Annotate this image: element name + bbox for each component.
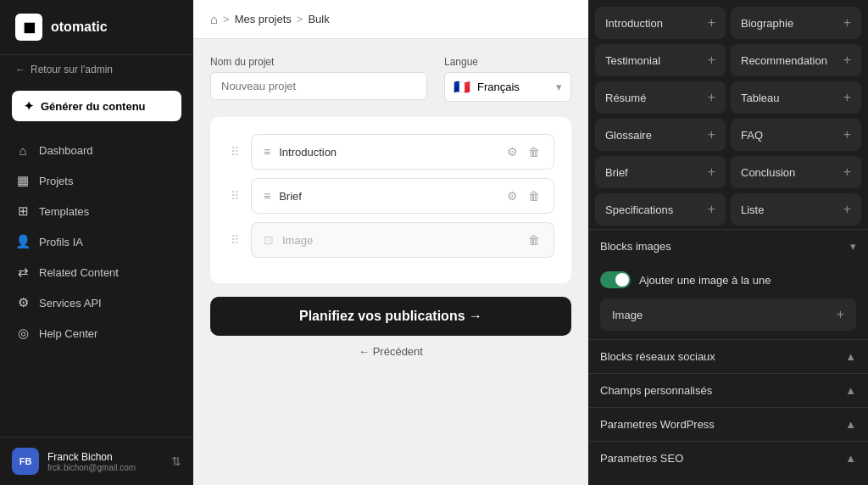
block-btn-resume[interactable]: Résumé +	[595, 81, 726, 114]
image-toggle[interactable]	[600, 271, 631, 288]
project-name-label: Nom du projet	[210, 56, 427, 68]
profils-ia-icon: 👤	[15, 234, 31, 249]
block-name: Image	[282, 234, 518, 247]
block-card-brief: ≡ Brief ⚙ 🗑	[251, 178, 554, 214]
block-name: Brief	[279, 190, 497, 203]
block-card-image: ⊡ Image 🗑	[251, 222, 554, 258]
drag-handle-icon[interactable]: ⠿	[227, 142, 242, 162]
form-row: Nom du projet Langue 🇫🇷 Français ▾	[210, 56, 571, 102]
block-btn-introduction[interactable]: Introduction +	[595, 7, 726, 39]
nav-items: ⌂ Dashboard ▦ Projets ⊞ Templates 👤 Prof…	[0, 128, 193, 437]
language-select[interactable]: 🇫🇷 Français ▾	[444, 72, 571, 102]
back-link[interactable]: ← Retour sur l'admin	[0, 55, 193, 84]
block-btn-faq[interactable]: FAQ +	[731, 119, 861, 151]
toggle-knob	[615, 273, 629, 287]
generate-button[interactable]: ✦ Générer du contenu	[12, 91, 181, 121]
plus-icon: +	[843, 53, 851, 68]
sidebar-item-services-api[interactable]: ⚙ Services API	[0, 287, 193, 318]
image-add-button[interactable]: Image +	[600, 298, 856, 331]
block-name: Introduction	[279, 146, 497, 159]
plus-icon: +	[843, 127, 851, 142]
related-content-icon: ⇄	[15, 265, 31, 280]
block-type-icon: ≡	[264, 145, 270, 159]
parametres-wordpress-section: Parametres WordPress ▲	[588, 407, 868, 441]
block-btn-conclusion[interactable]: Conclusion +	[731, 156, 861, 188]
templates-icon: ⊞	[15, 203, 31, 219]
block-type-icon: ⊡	[264, 233, 274, 247]
sidebar-item-related-content[interactable]: ⇄ Related Content	[0, 257, 193, 287]
sidebar-item-help-center[interactable]: ◎ Help Center	[0, 318, 193, 348]
block-btn-liste[interactable]: Liste +	[731, 193, 861, 226]
block-delete-button[interactable]: 🗑	[526, 187, 542, 204]
footer-chevron-icon: ⇅	[171, 454, 181, 468]
plus-icon: +	[843, 90, 851, 105]
blocks-reseaux-sociaux-header[interactable]: Blocks réseaux sociaux ▲	[588, 340, 868, 373]
plus-icon: +	[843, 164, 851, 180]
breadcrumb: ⌂ > Mes projets > Bulk	[193, 0, 588, 39]
block-actions: 🗑	[526, 231, 542, 248]
list-item: ⠿ ≡ Brief ⚙ 🗑	[227, 178, 554, 214]
language-value: Français	[477, 81, 520, 93]
block-btn-testimonial[interactable]: Testimonial +	[595, 44, 726, 76]
block-btn-glossaire[interactable]: Glossaire +	[595, 119, 726, 151]
sidebar-item-projets[interactable]: ▦ Projets	[0, 165, 193, 196]
project-name-group: Nom du projet	[210, 56, 427, 102]
plan-button[interactable]: Planifiez vos publications →	[210, 297, 571, 336]
app-title: otomatic	[51, 20, 108, 35]
chevron-up-icon: ▲	[845, 350, 856, 363]
block-btn-biographie[interactable]: Biographie +	[731, 7, 861, 39]
prev-link[interactable]: ← Précédent	[359, 345, 423, 358]
breadcrumb-sep-2: >	[297, 13, 303, 25]
sidebar-footer[interactable]: FB Franck Bichon frck.bichon@gmail.com ⇅	[0, 437, 193, 485]
block-btn-specifications[interactable]: Specifications +	[595, 193, 726, 226]
drag-handle-icon[interactable]: ⠿	[227, 186, 242, 206]
block-settings-button[interactable]: ⚙	[505, 143, 520, 160]
list-item: ⠿ ⊡ Image 🗑	[227, 222, 554, 258]
sidebar-item-profils-ia[interactable]: 👤 Profils IA	[0, 226, 193, 257]
sidebar-logo: ◼ otomatic	[0, 0, 193, 55]
chevron-up-icon: ▲	[845, 384, 856, 397]
block-btn-brief[interactable]: Brief +	[595, 156, 726, 188]
blocks-reseaux-sociaux-section: Blocks réseaux sociaux ▲	[588, 339, 868, 373]
main-body: Nom du projet Langue 🇫🇷 Français ▾ ⠿ ≡	[193, 39, 588, 485]
dashboard-icon: ⌂	[15, 142, 31, 158]
logo-icon: ◼	[15, 14, 42, 41]
chevron-up-icon: ▲	[845, 418, 856, 431]
plus-icon: +	[708, 164, 715, 180]
prev-link-container: ← Précédent	[210, 344, 571, 358]
toggle-row: Ajouter une image à la une	[600, 271, 856, 288]
sidebar-item-dashboard[interactable]: ⌂ Dashboard	[0, 135, 193, 165]
plus-icon: +	[708, 202, 715, 217]
sidebar-item-templates[interactable]: ⊞ Templates	[0, 196, 193, 226]
toggle-label: Ajouter une image à la une	[639, 274, 771, 287]
back-arrow-icon: ←	[15, 64, 25, 75]
language-label: Langue	[444, 56, 571, 68]
parametres-wordpress-header[interactable]: Parametres WordPress ▲	[588, 408, 868, 441]
plus-icon: +	[843, 15, 851, 31]
champs-personnalises-section: Champs personnalisés ▲	[588, 373, 868, 407]
block-btn-recommendation[interactable]: Recommendation +	[731, 44, 861, 76]
block-settings-button[interactable]: ⚙	[505, 187, 520, 204]
champs-personnalises-header[interactable]: Champs personnalisés ▲	[588, 374, 868, 407]
plus-icon: +	[843, 202, 851, 217]
breadcrumb-mes-projets[interactable]: Mes projets	[235, 13, 292, 25]
breadcrumb-home-icon[interactable]: ⌂	[210, 12, 218, 26]
sidebar: ◼ otomatic ← Retour sur l'admin ✦ Génére…	[0, 0, 193, 485]
blocks-images-header[interactable]: Blocks images ▾	[588, 230, 868, 263]
block-actions: ⚙ 🗑	[505, 143, 542, 160]
block-list: ⠿ ≡ Introduction ⚙ 🗑 ⠿ ≡ Brief	[227, 134, 554, 258]
plus-icon: +	[837, 307, 844, 322]
block-type-icon: ≡	[264, 189, 270, 203]
avatar: FB	[12, 448, 39, 475]
block-delete-button[interactable]: 🗑	[526, 231, 542, 248]
project-name-input[interactable]	[210, 72, 427, 100]
drag-handle-icon[interactable]: ⠿	[227, 230, 242, 250]
right-panel: Introduction + Biographie + Testimonial …	[588, 0, 868, 485]
parametres-seo-header[interactable]: Parametres SEO ▲	[588, 442, 868, 475]
content-blocks-grid: Introduction + Biographie + Testimonial …	[588, 0, 868, 229]
footer-info: Franck Bichon frck.bichon@gmail.com	[47, 451, 163, 472]
block-delete-button[interactable]: 🗑	[526, 143, 542, 160]
language-flag: 🇫🇷	[453, 79, 470, 95]
services-api-icon: ⚙	[15, 295, 31, 310]
block-btn-tableau[interactable]: Tableau +	[731, 81, 861, 114]
